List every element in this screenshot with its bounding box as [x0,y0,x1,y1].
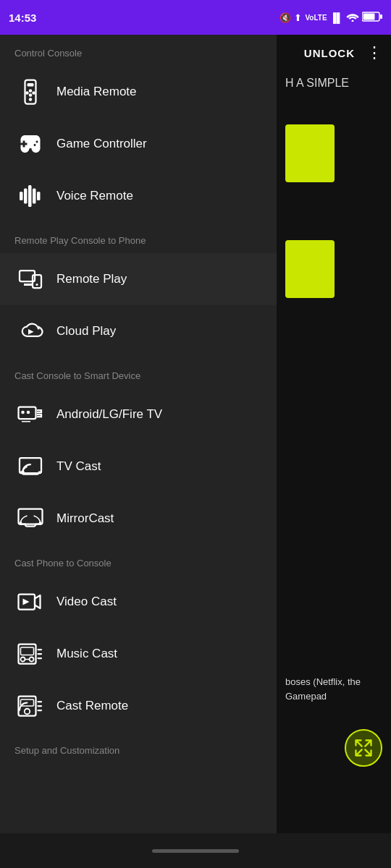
svg-rect-12 [24,189,28,204]
yellow-rect-2 [285,240,335,298]
svg-point-27 [39,522,42,524]
voice-remote-icon [14,180,46,212]
section-remote-play: Remote Play Console to Phone Remote Play [0,222,277,357]
svg-point-21 [21,411,25,414]
media-remote-icon [14,76,46,108]
sidebar-item-remote-play[interactable]: Remote Play [0,253,277,305]
sidebar-item-mirrorcast[interactable]: MirrorCast [0,493,277,545]
svg-rect-25 [19,509,43,524]
svg-point-24 [21,470,25,474]
nav-bar [0,833,391,868]
section-cast-console: Cast Console to Smart Device Android/LG/… [0,357,277,545]
svg-point-34 [30,658,34,662]
rect-group-1 [277,124,391,182]
svg-point-9 [32,91,35,95]
sidebar-item-video-cast[interactable]: Video Cast [0,576,277,628]
sidebar-item-label-voice-remote: Voice Remote [56,189,133,203]
cloud-play-icon [14,315,46,347]
android-tv-icon [14,399,46,430]
sidebar-item-label-game-controller: Game Controller [56,137,147,151]
svg-point-26 [20,522,22,524]
more-options-icon[interactable]: ⋮ [366,45,382,61]
svg-rect-14 [33,189,36,204]
tv-cast-icon [14,451,46,482]
svg-rect-15 [37,192,41,200]
status-bar: 14:53 🔇 ⬆ VoLTE ▐▌ [0,0,391,35]
svg-marker-19 [28,329,34,335]
svg-point-8 [25,91,29,95]
sidebar-item-game-controller[interactable]: Game Controller [0,118,277,170]
section-header-cast-console: Cast Console to Smart Device [0,357,277,388]
sidebar-item-music-cast[interactable]: Music Cast [0,628,277,680]
music-cast-icon [14,638,46,670]
remote-play-icon [14,263,46,295]
sidebar-item-android-lg-fire[interactable]: Android/LG/Fire TV [0,388,277,441]
section-header-setup: Setup and Customization [0,732,277,763]
svg-point-18 [36,284,38,286]
svg-rect-5 [28,83,34,87]
section-header-cast-phone: Cast Phone to Console [0,545,277,576]
svg-point-37 [25,709,30,715]
sidebar-item-label-cast-remote: Cast Remote [56,699,128,713]
sidebar-item-tv-cast[interactable]: TV Cast [0,441,277,493]
nav-pill [152,849,239,853]
cast-remote-icon [14,690,46,722]
status-time: 14:53 [9,12,36,24]
mute-icon: 🔇 [279,12,291,23]
sidebar: Control Console Media Remote [0,35,277,868]
svg-marker-30 [23,599,30,605]
svg-point-10 [29,98,33,101]
svg-point-6 [29,89,33,93]
sidebar-item-label-tv-cast: TV Cast [56,459,101,474]
section-cast-phone: Cast Phone to Console Video Cast [0,545,277,732]
sidebar-item-voice-remote[interactable]: Voice Remote [0,170,277,222]
sidebar-item-media-remote[interactable]: Media Remote [0,66,277,118]
svg-point-0 [352,20,354,22]
sidebar-item-label-media-remote: Media Remote [56,85,137,99]
svg-point-7 [29,93,33,97]
section-header-control-console: Control Console [0,35,277,66]
main-panel: UNLOCK ⋮ H A SIMPLE boses (Netflix, the … [277,35,391,868]
main-subtitle: H A SIMPLE [277,71,391,95]
status-icons: 🔇 ⬆ VoLTE ▐▌ [279,12,382,24]
svg-rect-13 [28,185,32,207]
svg-rect-32 [21,647,34,655]
sidebar-item-label-video-cast: Video Cast [56,595,117,609]
sidebar-item-cast-remote[interactable]: Cast Remote [0,680,277,732]
unlock-button[interactable]: UNLOCK [304,47,355,59]
section-setup: Setup and Customization [0,732,277,792]
yellow-rect-1 [285,124,335,182]
mirrorcast-icon [14,503,46,535]
sidebar-item-label-music-cast: Music Cast [56,647,117,661]
sidebar-item-label-android-lg-fire: Android/LG/Fire TV [56,407,162,422]
expand-button[interactable] [345,729,382,767]
svg-rect-3 [380,14,382,19]
svg-rect-11 [20,192,23,200]
game-controller-icon [14,128,46,160]
svg-point-22 [27,411,30,414]
main-bottom-text: boses (Netflix, the Gamepad [277,669,391,709]
battery-level [362,12,382,24]
volte-icon: VoLTE [305,14,327,22]
top-bar: UNLOCK ⋮ [277,35,391,71]
svg-rect-2 [363,13,375,20]
main-layout: Control Console Media Remote [0,35,391,868]
sidebar-item-cloud-play[interactable]: Cloud Play [0,305,277,357]
rect-group-2 [277,240,391,298]
video-cast-icon [14,586,46,618]
section-control-console: Control Console Media Remote [0,35,277,222]
sidebar-item-label-cloud-play: Cloud Play [56,324,116,339]
sidebar-item-label-mirrorcast: MirrorCast [56,511,114,526]
sidebar-item-label-remote-play: Remote Play [56,272,127,286]
signal-icon: ▐▌ [330,12,343,23]
svg-point-33 [21,658,25,662]
svg-marker-29 [35,595,41,608]
wifi-icon [346,12,359,24]
section-header-remote-play: Remote Play Console to Phone [0,222,277,253]
upload-icon: ⬆ [294,12,302,23]
